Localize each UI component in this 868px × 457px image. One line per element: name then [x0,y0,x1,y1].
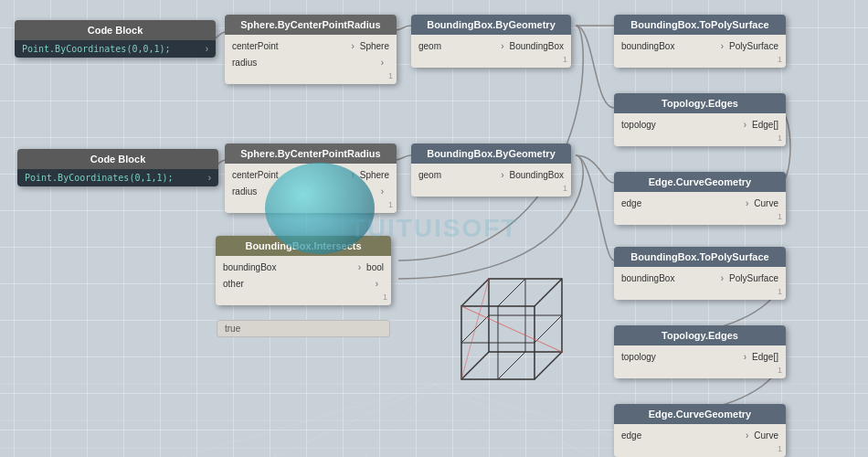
topo-edges2-title: Topology.Edges [662,330,738,341]
code-block-2-body: Point.ByCoordinates(0,1,1); › [17,169,218,186]
svg-line-15 [498,279,525,306]
node-canvas[interactable]: Code Block Point.ByCoordinates(0,0,1); ›… [0,0,868,457]
bbox-topoly1-row: boundingBox › PolySurface [614,37,786,54]
svg-line-12 [535,279,562,306]
bbox2-output-label: BoundingBox [510,170,565,180]
bbox-topoly2-footer: 1 [614,286,786,297]
bool-output: true [217,320,390,337]
edge-curvegeo2-output-label: Curve [754,430,778,441]
sphere2-footer: 1 [225,199,397,210]
bbox1-title: BoundingBox.ByGeometry [427,19,556,30]
svg-line-18 [535,315,562,343]
edge-curvegeo1-input-label: edge [621,198,740,208]
edge-curvegeo1-header: Edge.CurveGeometry [614,172,786,192]
bbox-intersects-title: BoundingBox.Intersects [245,240,361,251]
edge-curvegeo1-row: edge › Curve [614,195,786,211]
bbox-topoly1-input-label: boundingBox [621,41,715,51]
bbox1-row-geom: geom › BoundingBox [411,37,571,54]
bbox-topoly2-input-label: boundingBox [621,273,715,283]
svg-line-23 [461,306,562,352]
code-block-2-node[interactable]: Code Block Point.ByCoordinates(0,1,1); › [17,149,218,186]
bbox-topoly1-footer: 1 [614,54,786,65]
sphere2-header: Sphere.ByCenterPointRadius [225,143,397,164]
bbox-topoly2-row: boundingBox › PolySurface [614,270,786,286]
topo-edges1-header: Topology.Edges [614,93,786,113]
bbox1-footer: 1 [411,54,571,65]
bbox-intersects-other-label: other [223,279,370,289]
bool-output-value: true [225,324,240,334]
code-block-1-code: Point.ByCoordinates(0,0,1); [22,44,171,54]
svg-line-13 [535,352,562,379]
sphere1-node[interactable]: Sphere.ByCenterPointRadius centerPoint ›… [225,15,397,84]
bbox2-footer: 1 [411,183,571,194]
sphere2-centerpoint-label: centerPoint [232,170,345,180]
bbox-topoly2-title: BoundingBox.ToPolySurface [630,251,768,262]
bbox-intersects-node[interactable]: BoundingBox.Intersects boundingBox › boo… [216,236,391,305]
topo-edges2-body: topology › Edge[] 1 [614,345,786,378]
topo-edges1-input-label: topology [621,120,738,130]
edge-curvegeo1-body: edge › Curve 1 [614,192,786,225]
bbox-intersects-footer: 1 [216,292,391,303]
topo-edges2-footer: 1 [614,365,786,376]
edge-curvegeo2-body: edge › Curve 1 [614,424,786,457]
bbox-intersects-bbox-label: boundingBox [223,262,353,272]
sphere1-row-radius: radius › [225,54,397,70]
code-block-2-code: Point.ByCoordinates(0,1,1); [25,173,174,183]
bbox-topoly2-body: boundingBox › PolySurface 1 [614,267,786,300]
code-block-1-header: Code Block [15,20,216,40]
bbox-topoly1-output-label: PolySurface [729,41,778,51]
bbox2-geom-label: geom [418,170,495,180]
bbox2-node[interactable]: BoundingBox.ByGeometry geom › BoundingBo… [411,143,571,197]
bbox1-node[interactable]: BoundingBox.ByGeometry geom › BoundingBo… [411,15,571,68]
sphere2-row-radius: radius › [225,183,397,199]
edge-curvegeo1-title: Edge.CurveGeometry [649,176,751,187]
code-block-1-node[interactable]: Code Block Point.ByCoordinates(0,0,1); › [15,20,216,58]
svg-line-16 [498,352,525,379]
bbox1-output-label: BoundingBox [510,41,565,51]
code-block-2-title: Code Block [90,154,146,165]
topo-edges1-body: topology › Edge[] 1 [614,113,786,146]
topo-edges1-title: Topology.Edges [662,98,738,109]
topo-edges2-header: Topology.Edges [614,325,786,345]
bbox-intersects-row-other: other › [216,275,391,292]
sphere1-row-centerpoint: centerPoint › Sphere [225,37,397,54]
topo-edges2-node[interactable]: Topology.Edges topology › Edge[] 1 [614,325,786,378]
bbox-intersects-row-bbox: boundingBox › bool [216,259,391,275]
bbox-topoly1-node[interactable]: BoundingBox.ToPolySurface boundingBox › … [614,15,786,68]
topo-edges2-input-label: topology [621,352,738,362]
bbox-topoly1-title: BoundingBox.ToPolySurface [630,19,768,30]
edge-curvegeo2-input-label: edge [621,430,740,441]
topo-edges1-row: topology › Edge[] [614,116,786,133]
edge-curvegeo1-output-label: Curve [754,198,778,208]
bbox-intersects-output-label: bool [366,262,384,272]
bbox1-header: BoundingBox.ByGeometry [411,15,571,35]
bbox-intersects-header: BoundingBox.Intersects [216,236,391,256]
topo-edges1-node[interactable]: Topology.Edges topology › Edge[] 1 [614,93,786,146]
edge-curvegeo1-footer: 1 [614,211,786,222]
sphere1-footer: 1 [225,70,397,81]
sphere2-row-centerpoint: centerPoint › Sphere [225,166,397,183]
code-block-1-body: Point.ByCoordinates(0,0,1); › [15,40,216,58]
bbox1-geom-label: geom [418,41,495,51]
code-block-2-header: Code Block [17,149,218,169]
sphere2-output-label: Sphere [360,170,389,180]
edge-curvegeo2-header: Edge.CurveGeometry [614,404,786,424]
bbox2-row-geom: geom › BoundingBox [411,166,571,183]
sphere1-radius-label: radius [232,58,376,68]
sphere2-radius-label: radius [232,186,376,197]
bbox2-header: BoundingBox.ByGeometry [411,143,571,164]
svg-line-24 [461,279,489,379]
cube-wireframe [407,260,589,407]
bbox-topoly1-header: BoundingBox.ToPolySurface [614,15,786,35]
code-block-1-arrow: › [206,44,208,54]
bbox-topoly2-node[interactable]: BoundingBox.ToPolySurface boundingBox › … [614,247,786,300]
topo-edges2-output-label: Edge[] [752,352,778,362]
bbox-topoly2-output-label: PolySurface [729,273,778,283]
sphere1-body: centerPoint › Sphere radius › 1 [225,35,397,84]
sphere1-centerpoint-label: centerPoint [232,41,345,51]
edge-curvegeo1-node[interactable]: Edge.CurveGeometry edge › Curve 1 [614,172,786,225]
sphere2-node[interactable]: Sphere.ByCenterPointRadius centerPoint ›… [225,143,397,213]
edge-curvegeo2-node[interactable]: Edge.CurveGeometry edge › Curve 1 [614,404,786,457]
bbox-topoly1-body: boundingBox › PolySurface 1 [614,35,786,68]
sphere2-body: centerPoint › Sphere radius › 1 [225,164,397,213]
